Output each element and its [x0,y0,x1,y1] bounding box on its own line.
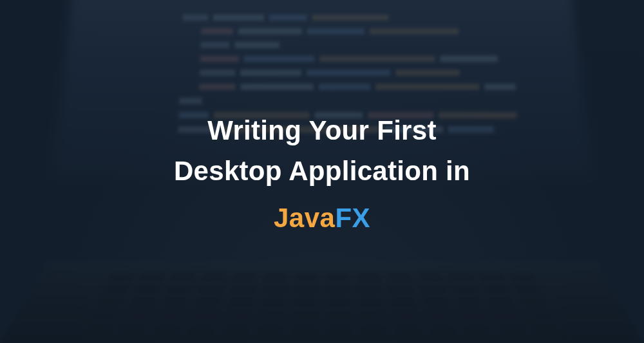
brand-fx-text: FX [335,203,370,233]
brand-name: JavaFX [274,203,370,234]
title-line-2: Desktop Application in [174,151,470,191]
title-line-1: Writing Your First [207,110,436,151]
hero-content: Writing Your First Desktop Application i… [0,0,644,343]
brand-java-text: Java [274,203,335,233]
